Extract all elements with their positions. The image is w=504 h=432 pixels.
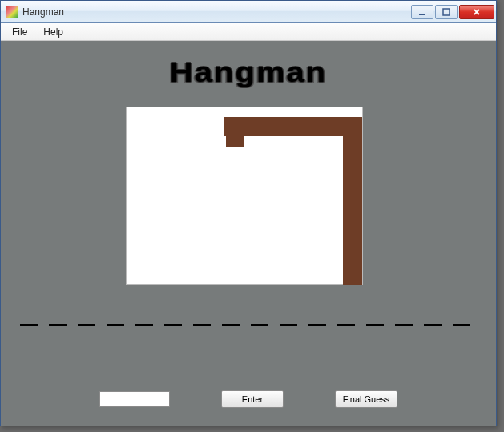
svg-rect-1 [443,9,450,15]
letter-slot [78,323,95,326]
enter-button[interactable]: Enter [221,390,284,408]
letter-slot [366,323,384,326]
maximize-icon [442,8,450,16]
menubar: File Help [1,23,496,41]
app-icon [6,6,18,18]
gallows-hook [226,117,244,147]
game-title: Hangman [1,57,496,88]
client-area: Hangman Enter Final Guess [1,41,496,426]
guess-input[interactable] [99,391,170,407]
letter-slot [20,323,38,326]
svg-rect-0 [419,14,425,15]
window-controls [411,5,494,19]
letter-slot [193,323,211,326]
letter-slot [49,323,67,326]
letter-slot [251,323,268,326]
menu-help[interactable]: Help [35,23,71,40]
final-guess-button[interactable]: Final Guess [335,390,397,408]
letter-slot [164,323,182,326]
controls-row: Enter Final Guess [1,390,496,408]
gallows-beam [224,117,362,136]
word-slots [20,323,477,326]
titlebar[interactable]: Hangman [1,1,496,23]
minimize-button[interactable] [411,5,433,19]
close-icon [473,8,481,16]
gallows-post [343,117,362,285]
maximize-button[interactable] [435,5,458,19]
app-window: Hangman File Help Hangman Enter [0,0,497,426]
letter-slot [395,323,413,326]
letter-slot [280,323,297,326]
letter-slot [308,323,326,326]
letter-slot [107,323,124,326]
minimize-icon [418,8,426,16]
letter-slot [424,323,442,326]
letter-slot [135,323,153,326]
window-title: Hangman [22,6,411,18]
letter-slot [337,323,355,326]
menu-file[interactable]: File [4,23,35,40]
letter-slot [222,323,240,326]
close-button[interactable] [459,5,494,19]
game-canvas [126,107,363,285]
letter-slot [453,323,470,326]
